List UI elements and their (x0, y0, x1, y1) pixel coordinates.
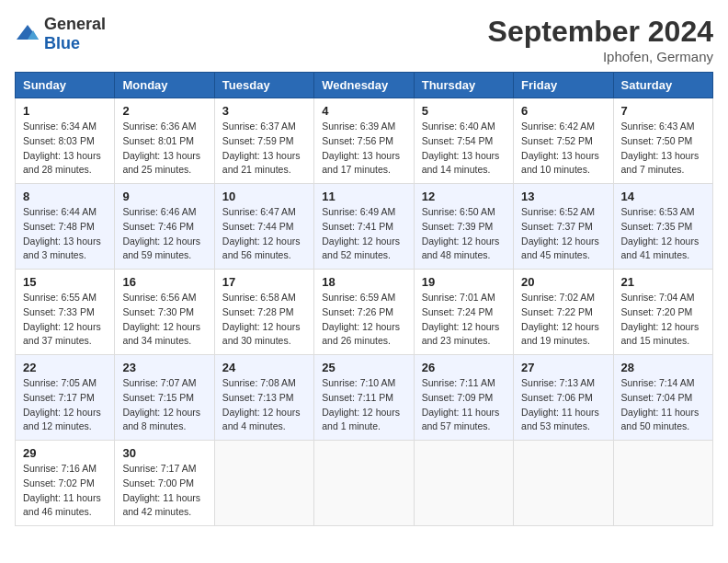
calendar-table: Sunday Monday Tuesday Wednesday Thursday… (15, 72, 713, 526)
day-content: Sunrise: 6:55 AM Sunset: 7:33 PM Dayligh… (23, 291, 107, 349)
table-row: 19 Sunrise: 7:01 AM Sunset: 7:24 PM Dayl… (414, 270, 513, 355)
day-content: Sunrise: 6:50 AM Sunset: 7:39 PM Dayligh… (422, 205, 506, 263)
col-thursday: Thursday (414, 73, 513, 98)
day-content: Sunrise: 6:34 AM Sunset: 8:03 PM Dayligh… (23, 120, 107, 178)
table-row: 10 Sunrise: 6:47 AM Sunset: 7:44 PM Dayl… (214, 184, 313, 270)
day-number: 12 (422, 190, 506, 203)
title-area: September 2024 Iphofen, Germany (488, 15, 713, 64)
table-row: 21 Sunrise: 7:04 AM Sunset: 7:20 PM Dayl… (613, 270, 712, 355)
day-number: 10 (222, 190, 306, 203)
table-row (613, 441, 712, 526)
table-row: 13 Sunrise: 6:52 AM Sunset: 7:37 PM Dayl… (514, 184, 613, 270)
day-content: Sunrise: 6:46 AM Sunset: 7:46 PM Dayligh… (122, 205, 206, 263)
table-row (514, 441, 613, 526)
day-content: Sunrise: 6:58 AM Sunset: 7:28 PM Dayligh… (222, 291, 306, 349)
logo-general: General (44, 15, 106, 33)
month-title: September 2024 (488, 15, 713, 49)
table-row: 15 Sunrise: 6:55 AM Sunset: 7:33 PM Dayl… (16, 270, 115, 355)
day-number: 22 (23, 361, 107, 374)
day-content: Sunrise: 7:05 AM Sunset: 7:17 PM Dayligh… (23, 376, 107, 434)
table-row (214, 441, 313, 526)
table-row: 2 Sunrise: 6:36 AM Sunset: 8:01 PM Dayli… (115, 98, 214, 184)
day-content: Sunrise: 6:53 AM Sunset: 7:35 PM Dayligh… (621, 205, 705, 263)
col-wednesday: Wednesday (314, 73, 414, 98)
logo: General Blue (15, 15, 106, 53)
col-friday: Friday (514, 73, 613, 98)
header-row: Sunday Monday Tuesday Wednesday Thursday… (16, 73, 713, 98)
calendar-row: 15 Sunrise: 6:55 AM Sunset: 7:33 PM Dayl… (16, 270, 713, 355)
day-number: 28 (621, 361, 705, 374)
day-number: 19 (422, 275, 506, 289)
table-row: 5 Sunrise: 6:40 AM Sunset: 7:54 PM Dayli… (414, 98, 513, 184)
table-row: 3 Sunrise: 6:37 AM Sunset: 7:59 PM Dayli… (214, 98, 313, 184)
table-row: 16 Sunrise: 6:56 AM Sunset: 7:30 PM Dayl… (115, 270, 214, 355)
header: General Blue September 2024 Iphofen, Ger… (15, 15, 713, 64)
col-monday: Monday (115, 73, 214, 98)
day-number: 11 (322, 190, 405, 203)
location-title: Iphofen, Germany (488, 49, 713, 64)
col-saturday: Saturday (613, 73, 712, 98)
day-number: 29 (23, 446, 107, 460)
table-row: 1 Sunrise: 6:34 AM Sunset: 8:03 PM Dayli… (16, 98, 115, 184)
table-row: 20 Sunrise: 7:02 AM Sunset: 7:22 PM Dayl… (514, 270, 613, 355)
table-row: 14 Sunrise: 6:53 AM Sunset: 7:35 PM Dayl… (613, 184, 712, 270)
day-number: 21 (621, 275, 705, 289)
table-row: 27 Sunrise: 7:13 AM Sunset: 7:06 PM Dayl… (514, 355, 613, 441)
logo-icon (15, 21, 40, 47)
day-content: Sunrise: 7:14 AM Sunset: 7:04 PM Dayligh… (621, 376, 705, 434)
day-number: 23 (122, 361, 206, 374)
day-number: 2 (122, 104, 206, 118)
calendar-row: 22 Sunrise: 7:05 AM Sunset: 7:17 PM Dayl… (16, 355, 713, 441)
day-number: 20 (521, 275, 605, 289)
day-content: Sunrise: 6:36 AM Sunset: 8:01 PM Dayligh… (122, 120, 206, 178)
day-content: Sunrise: 6:59 AM Sunset: 7:26 PM Dayligh… (322, 291, 405, 349)
table-row: 8 Sunrise: 6:44 AM Sunset: 7:48 PM Dayli… (16, 184, 115, 270)
day-content: Sunrise: 6:37 AM Sunset: 7:59 PM Dayligh… (222, 120, 306, 178)
table-row: 30 Sunrise: 7:17 AM Sunset: 7:00 PM Dayl… (115, 441, 214, 526)
day-content: Sunrise: 7:04 AM Sunset: 7:20 PM Dayligh… (621, 291, 705, 349)
day-content: Sunrise: 7:01 AM Sunset: 7:24 PM Dayligh… (422, 291, 506, 349)
day-content: Sunrise: 6:47 AM Sunset: 7:44 PM Dayligh… (222, 205, 306, 263)
day-content: Sunrise: 6:39 AM Sunset: 7:56 PM Dayligh… (322, 120, 405, 178)
day-content: Sunrise: 7:13 AM Sunset: 7:06 PM Dayligh… (521, 376, 605, 434)
day-content: Sunrise: 6:56 AM Sunset: 7:30 PM Dayligh… (122, 291, 206, 349)
table-row: 6 Sunrise: 6:42 AM Sunset: 7:52 PM Dayli… (514, 98, 613, 184)
day-number: 18 (322, 275, 405, 289)
day-number: 17 (222, 275, 306, 289)
table-row: 29 Sunrise: 7:16 AM Sunset: 7:02 PM Dayl… (16, 441, 115, 526)
logo-blue: Blue (44, 34, 80, 52)
day-number: 25 (322, 361, 405, 374)
day-content: Sunrise: 7:10 AM Sunset: 7:11 PM Dayligh… (322, 376, 405, 434)
day-number: 14 (621, 190, 705, 203)
calendar-row: 1 Sunrise: 6:34 AM Sunset: 8:03 PM Dayli… (16, 98, 713, 184)
day-content: Sunrise: 7:17 AM Sunset: 7:00 PM Dayligh… (122, 462, 206, 520)
day-number: 3 (222, 104, 306, 118)
table-row: 26 Sunrise: 7:11 AM Sunset: 7:09 PM Dayl… (414, 355, 513, 441)
day-content: Sunrise: 6:44 AM Sunset: 7:48 PM Dayligh… (23, 205, 107, 263)
table-row: 7 Sunrise: 6:43 AM Sunset: 7:50 PM Dayli… (613, 98, 712, 184)
table-row: 23 Sunrise: 7:07 AM Sunset: 7:15 PM Dayl… (115, 355, 214, 441)
day-number: 5 (422, 104, 506, 118)
table-row: 24 Sunrise: 7:08 AM Sunset: 7:13 PM Dayl… (214, 355, 313, 441)
day-number: 8 (23, 190, 107, 203)
calendar-row: 29 Sunrise: 7:16 AM Sunset: 7:02 PM Dayl… (16, 441, 713, 526)
table-row: 22 Sunrise: 7:05 AM Sunset: 7:17 PM Dayl… (16, 355, 115, 441)
day-content: Sunrise: 6:49 AM Sunset: 7:41 PM Dayligh… (322, 205, 405, 263)
table-row (414, 441, 513, 526)
table-row: 25 Sunrise: 7:10 AM Sunset: 7:11 PM Dayl… (314, 355, 414, 441)
table-row: 28 Sunrise: 7:14 AM Sunset: 7:04 PM Dayl… (613, 355, 712, 441)
day-content: Sunrise: 6:43 AM Sunset: 7:50 PM Dayligh… (621, 120, 705, 178)
day-number: 13 (521, 190, 605, 203)
day-number: 4 (322, 104, 405, 118)
day-number: 15 (23, 275, 107, 289)
day-number: 16 (122, 275, 206, 289)
table-row (314, 441, 414, 526)
day-number: 6 (521, 104, 605, 118)
calendar-row: 8 Sunrise: 6:44 AM Sunset: 7:48 PM Dayli… (16, 184, 713, 270)
day-number: 30 (122, 446, 206, 460)
table-row: 4 Sunrise: 6:39 AM Sunset: 7:56 PM Dayli… (314, 98, 414, 184)
day-number: 9 (122, 190, 206, 203)
table-row: 9 Sunrise: 6:46 AM Sunset: 7:46 PM Dayli… (115, 184, 214, 270)
table-row: 18 Sunrise: 6:59 AM Sunset: 7:26 PM Dayl… (314, 270, 414, 355)
day-content: Sunrise: 6:42 AM Sunset: 7:52 PM Dayligh… (521, 120, 605, 178)
